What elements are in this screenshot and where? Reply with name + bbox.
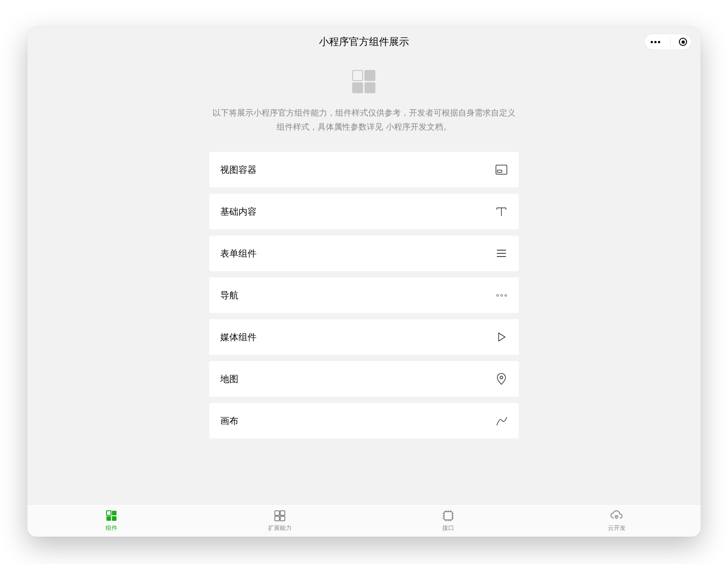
component-category-list: 视图容器 基础内容 表单组件 <box>209 152 519 438</box>
tab-api[interactable]: 接口 <box>364 504 532 537</box>
list-item-map[interactable]: 地图 <box>209 361 519 397</box>
svg-rect-7 <box>112 511 116 515</box>
nav-icon <box>495 289 508 302</box>
svg-rect-6 <box>106 511 111 515</box>
list-item-label: 基础内容 <box>220 206 257 218</box>
tab-label: 扩展能力 <box>268 524 292 532</box>
cloud-tab-icon <box>610 509 623 523</box>
list-item-label: 地图 <box>220 373 238 385</box>
svg-rect-14 <box>444 512 452 520</box>
list-item-label: 画布 <box>220 415 238 427</box>
list-item-label: 导航 <box>220 289 238 302</box>
view-container-icon <box>495 163 508 176</box>
content-area: 以下将展示小程序官方组件能力，组件样式仅供参考，开发者可根据自身需求自定义组件样… <box>27 56 701 504</box>
capsule-close-button[interactable] <box>679 38 687 46</box>
tab-label: 组件 <box>106 524 117 532</box>
svg-rect-8 <box>106 516 111 521</box>
mini-program-capsule <box>644 34 692 50</box>
tab-component[interactable]: 组件 <box>27 504 196 537</box>
list-item-label: 视图容器 <box>220 164 257 176</box>
component-tab-icon <box>105 509 118 523</box>
svg-rect-10 <box>275 511 279 515</box>
list-item-media[interactable]: 媒体组件 <box>209 319 519 355</box>
list-item-navigation[interactable]: 导航 <box>209 277 519 313</box>
component-logo-icon <box>352 70 376 93</box>
form-icon <box>495 247 508 260</box>
list-item-label: 表单组件 <box>220 247 257 260</box>
location-pin-icon <box>495 373 508 385</box>
extension-tab-icon <box>273 509 287 523</box>
svg-rect-11 <box>280 511 285 515</box>
page-title: 小程序官方组件展示 <box>319 35 409 49</box>
tab-bar: 组件 扩展能力 <box>27 504 701 537</box>
tab-extension[interactable]: 扩展能力 <box>196 504 364 537</box>
list-item-canvas[interactable]: 画布 <box>209 403 519 438</box>
header: 小程序官方组件展示 <box>27 27 701 56</box>
canvas-curve-icon <box>495 414 508 427</box>
api-tab-icon <box>441 509 455 523</box>
intro-prefix: 以下将展示小程序官方组件能力，组件样式仅供参考，开发者可根据自身需求自定义组件样… <box>212 108 516 131</box>
capsule-divider <box>670 37 671 46</box>
tab-label: 接口 <box>442 524 454 532</box>
tab-label: 云开发 <box>608 524 626 532</box>
list-item-basic-content[interactable]: 基础内容 <box>209 194 519 229</box>
list-item-view-container[interactable]: 视图容器 <box>209 152 519 187</box>
svg-rect-9 <box>112 516 116 521</box>
intro-text: 以下将展示小程序官方组件能力，组件样式仅供参考，开发者可根据自身需求自定义组件样… <box>209 106 519 134</box>
svg-rect-1 <box>497 170 502 172</box>
play-icon <box>495 331 508 343</box>
intro-section: 以下将展示小程序官方组件能力，组件样式仅供参考，开发者可根据自身需求自定义组件样… <box>27 70 701 134</box>
svg-rect-0 <box>496 165 507 174</box>
intro-suffix: 。 <box>443 122 451 131</box>
text-icon <box>495 205 508 218</box>
svg-rect-13 <box>280 516 285 521</box>
app-window: 小程序官方组件展示 以下将展示小程序官方组件能力，组件样式仅供参考，开发者可根据… <box>27 27 701 537</box>
capsule-more-button[interactable] <box>649 41 662 43</box>
intro-doc-link[interactable]: 小程序开发文档 <box>386 122 443 131</box>
list-item-label: 媒体组件 <box>220 331 257 343</box>
svg-rect-12 <box>275 516 279 521</box>
list-item-form[interactable]: 表单组件 <box>209 236 519 271</box>
tab-cloud[interactable]: 云开发 <box>532 504 701 537</box>
svg-point-5 <box>500 376 503 379</box>
